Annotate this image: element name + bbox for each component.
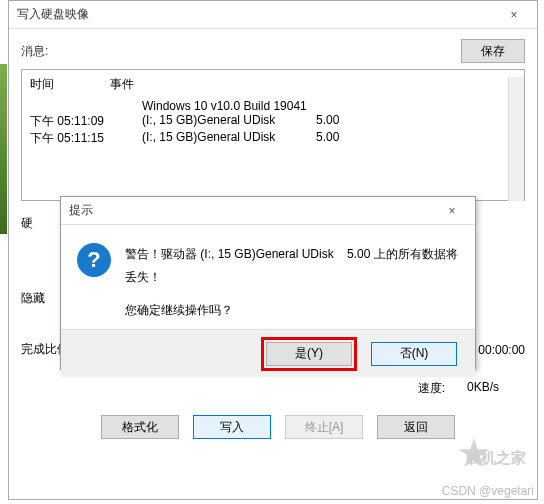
scrollbar[interactable] xyxy=(508,77,524,201)
hidden-label: 隐藏 xyxy=(21,290,51,307)
yes-button[interactable]: 是(Y) xyxy=(266,342,352,366)
brand-watermark: 装机之家 xyxy=(466,449,526,468)
remain-value: 00:00:00 xyxy=(478,343,525,357)
no-button[interactable]: 否(N) xyxy=(371,342,457,366)
log-row: 下午 05:11:15 (I:, 15 GB)General UDisk5.00 xyxy=(30,130,516,147)
speed-value: 0KB/s xyxy=(467,380,499,397)
dialog-close-icon[interactable]: × xyxy=(437,204,467,218)
speed-label: 速度: xyxy=(418,380,445,397)
save-button[interactable]: 保存 xyxy=(461,39,525,63)
log-area: 时间 事件 Windows 10 v10.0 Build 19041 下午 05… xyxy=(21,69,525,201)
confirm-text: 您确定继续操作吗？ xyxy=(125,299,459,322)
col-event: 事件 xyxy=(110,76,134,93)
warn-text: 警告！驱动器 (I:, 15 GB)General UDisk xyxy=(125,247,334,261)
log-build: Windows 10 v10.0 Build 19041 xyxy=(142,99,516,113)
titlebar: 写入硬盘映像 × xyxy=(9,1,537,29)
write-button[interactable]: 写入 xyxy=(193,415,271,439)
message-label: 消息: xyxy=(21,43,461,60)
col-time: 时间 xyxy=(30,76,54,93)
yes-highlight: 是(Y) xyxy=(261,337,357,371)
log-row: 下午 05:11:09 (I:, 15 GB)General UDisk5.00 xyxy=(30,113,516,130)
confirm-dialog: 提示 × ? 警告！驱动器 (I:, 15 GB)General UDisk 5… xyxy=(60,196,476,370)
window-title: 写入硬盘映像 xyxy=(17,6,499,23)
dialog-title: 提示 xyxy=(69,202,437,219)
format-button[interactable]: 格式化 xyxy=(101,415,179,439)
close-icon[interactable]: × xyxy=(499,8,529,22)
question-icon: ? xyxy=(77,243,111,277)
hard-label: 硬 xyxy=(21,215,51,232)
abort-button: 终止[A] xyxy=(285,415,363,439)
csdn-watermark: CSDN @vegetari xyxy=(442,484,534,498)
back-button[interactable]: 返回 xyxy=(377,415,455,439)
